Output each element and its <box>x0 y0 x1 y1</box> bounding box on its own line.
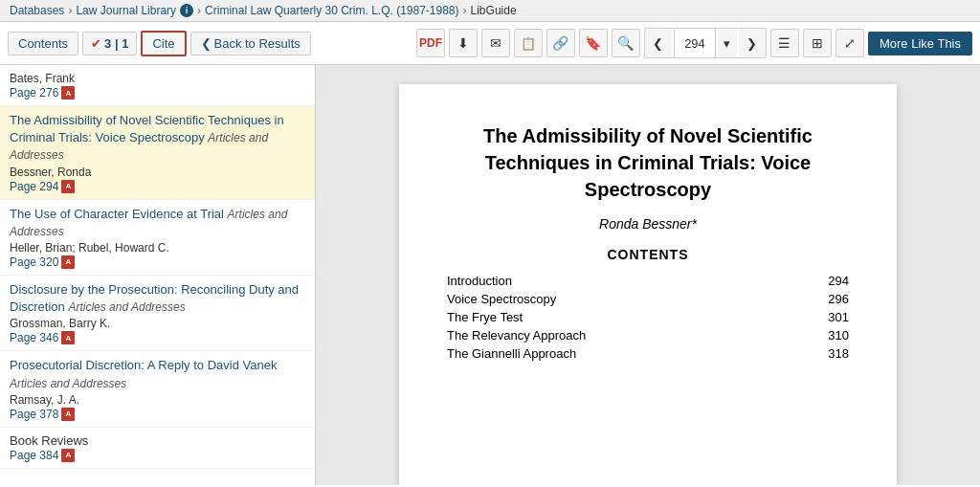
toc-page: 301 <box>824 308 849 326</box>
pdf-icon-admissibility: A <box>61 180 75 193</box>
toc-label: The Frye Test <box>447 308 590 326</box>
document-title: The Admissibility of Novel Scientific Te… <box>447 122 849 203</box>
breadcrumb-sep-3: › <box>463 4 467 17</box>
back-to-results-button[interactable]: ❮ Back to Results <box>190 32 311 55</box>
breadcrumb-journal-title[interactable]: Criminal Law Quarterly 30 Crim. L.Q. (19… <box>205 4 458 17</box>
sidebar-item-bates[interactable]: Bates, Frank Page 276 A <box>0 65 315 106</box>
toc-row: Introduction 294 <box>447 272 849 290</box>
toc-label: The Relevancy Approach <box>447 326 590 344</box>
toc-page: 318 <box>824 344 849 363</box>
breadcrumb-databases[interactable]: Databases <box>10 4 64 17</box>
document-button[interactable]: 📋 <box>514 29 543 57</box>
pdf-icon-character: A <box>61 255 75 269</box>
toc-row: The Frye Test 301 <box>447 308 849 326</box>
document-contents-heading: CONTENTS <box>447 247 849 262</box>
breadcrumb-sep-2: › <box>197 4 201 17</box>
sidebar-item-character[interactable]: The Use of Character Evidence at Trial A… <box>0 200 315 276</box>
sidebar-item-book-reviews[interactable]: Book Reviews Page 384 A <box>0 428 315 469</box>
toc-page: 294 <box>824 272 849 290</box>
toc-label: The Giannelli Approach <box>447 344 590 363</box>
table-of-contents: Introduction 294 Voice Spectroscopy 296 … <box>447 272 849 363</box>
pdf-icon-prosecutorial: A <box>61 408 75 421</box>
sidebar-page-bates: Page 276 A <box>10 86 305 100</box>
sidebar-author-prosecutorial: Ramsay, J. A. <box>10 393 305 407</box>
page-dropdown-button[interactable]: ▾ <box>718 29 737 57</box>
pdf-icon-book-reviews: A <box>61 449 75 462</box>
prev-page-button[interactable]: ❮ <box>645 29 672 57</box>
sidebar-title-character: The Use of Character Evidence at Trial A… <box>10 206 305 240</box>
sidebar-item-prosecutorial[interactable]: Prosecutorial Discretion: A Reply to Dav… <box>0 351 315 427</box>
toolbar: Contents ✔ 3 | 1 Cite ❮ Back to Results … <box>0 22 980 65</box>
sidebar-title-prosecutorial: Prosecutorial Discretion: A Reply to Dav… <box>10 357 305 391</box>
sidebar-page-prosecutorial: Page 378 A <box>10 408 305 421</box>
sidebar-author-admissibility: Bessner, Ronda <box>10 166 305 179</box>
sidebar-subtitle-character: Articles and Addresses <box>10 208 287 238</box>
back-chevron-icon: ❮ <box>201 36 212 51</box>
toc-label: Voice Spectroscopy <box>447 290 590 308</box>
sidebar-author-bates: Bates, Frank <box>10 72 305 85</box>
expand-button[interactable]: ⤢ <box>835 29 864 57</box>
sidebar-page-disclosure: Page 346 A <box>10 331 305 344</box>
bookmark-button[interactable]: 🔖 <box>579 29 608 57</box>
check-icon: ✔ <box>91 36 101 51</box>
sidebar-author-character: Heller, Brian; Rubel, Howard C. <box>10 241 305 255</box>
cite-button[interactable]: Cite <box>141 31 186 56</box>
download-button[interactable]: ⬇ <box>449 29 478 57</box>
toc-row: The Giannelli Approach 318 <box>447 344 849 363</box>
sidebar: Bates, Frank Page 276 A The Admissibilit… <box>0 65 316 485</box>
grid-view-button[interactable]: ⊞ <box>803 29 832 57</box>
toc-dots <box>590 308 824 326</box>
sidebar-title-disclosure: Disclosure by the Prosecution: Reconcili… <box>10 281 305 316</box>
document-viewer: The Admissibility of Novel Scientific Te… <box>316 65 980 485</box>
toc-row: The Relevancy Approach 310 <box>447 326 849 344</box>
contents-button[interactable]: Contents <box>8 32 78 55</box>
sidebar-page-book-reviews: Page 384 A <box>10 449 305 462</box>
link-button[interactable]: 🔗 <box>546 29 575 57</box>
next-page-button[interactable]: ❯ <box>739 29 766 57</box>
breadcrumb-law-journal[interactable]: Law Journal Library <box>76 4 176 17</box>
page-input[interactable] <box>674 29 716 57</box>
toc-dots <box>590 272 824 290</box>
sidebar-page-admissibility: Page 294 A <box>10 180 305 193</box>
toc-page: 310 <box>824 326 849 344</box>
badge-counter[interactable]: ✔ 3 | 1 <box>82 32 137 55</box>
toc-label: Introduction <box>447 272 590 290</box>
toc-row: Voice Spectroscopy 296 <box>447 290 849 308</box>
pdf-icon-bates: A <box>61 86 75 100</box>
toc-dots <box>590 344 824 363</box>
search-button[interactable]: 🔍 <box>612 29 640 57</box>
breadcrumb-libguide: LibGuide <box>471 4 517 17</box>
breadcrumb-sep-1: › <box>68 4 72 17</box>
sidebar-subtitle-admissibility: Articles and Addresses <box>10 131 268 162</box>
breadcrumb: Databases › Law Journal Library i › Crim… <box>0 0 980 22</box>
toolbar-right: PDF ⬇ ✉ 📋 🔗 🔖 🔍 ❮ ▾ ❯ ☰ ⊞ ⤢ More Like Th… <box>416 28 972 58</box>
sidebar-subtitle-prosecutorial: Articles and Addresses <box>10 377 126 390</box>
pdf-icon-disclosure: A <box>61 331 75 344</box>
email-button[interactable]: ✉ <box>481 29 510 57</box>
sidebar-item-admissibility[interactable]: The Admissibility of Novel Scientific Te… <box>0 106 315 200</box>
toc-dots <box>590 326 824 344</box>
more-like-this-button[interactable]: More Like This <box>868 32 972 55</box>
sidebar-author-disclosure: Grossman, Barry K. <box>10 317 305 330</box>
toc-dots <box>590 290 824 308</box>
pdf-button[interactable]: PDF <box>416 29 445 57</box>
info-icon[interactable]: i <box>180 4 193 17</box>
badge-value: 3 | 1 <box>104 36 128 51</box>
document-page: The Admissibility of Novel Scientific Te… <box>399 84 897 485</box>
main-layout: Bates, Frank Page 276 A The Admissibilit… <box>0 65 980 485</box>
sidebar-title-admissibility: The Admissibility of Novel Scientific Te… <box>10 112 305 165</box>
page-navigation: ❮ ▾ ❯ <box>644 28 767 58</box>
sidebar-subtitle-disclosure: Articles and Addresses <box>68 300 185 314</box>
back-label: Back to Results <box>214 36 301 51</box>
document-author: Ronda Bessner* <box>447 216 849 232</box>
sidebar-item-disclosure[interactable]: Disclosure by the Prosecution: Reconcili… <box>0 276 315 351</box>
sidebar-section-book-reviews: Book Reviews <box>10 433 305 448</box>
toc-page: 296 <box>824 290 849 308</box>
list-view-button[interactable]: ☰ <box>770 29 799 57</box>
sidebar-page-character: Page 320 A <box>10 255 305 269</box>
